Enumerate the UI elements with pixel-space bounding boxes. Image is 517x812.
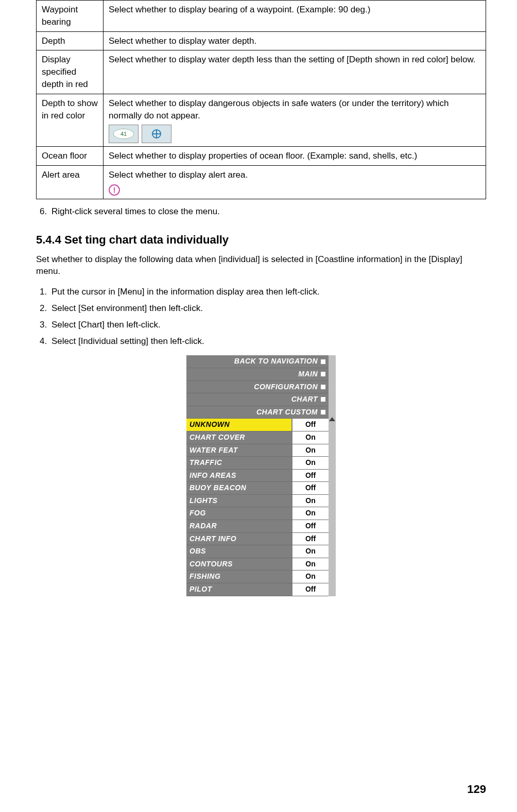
term-cell: Depth bbox=[37, 31, 104, 50]
chart-custom-menu: BACK TO NAVIGATION MAIN CONFIGURATION CH… bbox=[186, 355, 336, 596]
submenu-icon bbox=[321, 397, 325, 402]
menu-option-obs[interactable]: OBSOn bbox=[186, 545, 329, 558]
list-item: Right-click several times to close the m… bbox=[49, 204, 486, 221]
option-value: Off bbox=[291, 583, 329, 596]
menu-option-fishing[interactable]: FISHINGOn bbox=[186, 571, 329, 583]
option-value: On bbox=[291, 571, 329, 583]
nav-label: CHART CUSTOM bbox=[256, 407, 318, 418]
option-value: Off bbox=[291, 419, 329, 431]
nav-label: MAIN bbox=[298, 369, 318, 379]
desc-cell: Select whether to display water depth. bbox=[104, 31, 486, 50]
submenu-icon bbox=[321, 385, 325, 389]
option-label: CHART INFO bbox=[186, 533, 291, 545]
table-row: Ocean floor Select whether to display pr… bbox=[37, 147, 486, 166]
option-value: Off bbox=[291, 533, 329, 545]
desc-cell: Select whether to display properties of … bbox=[104, 147, 486, 166]
option-label: PILOT bbox=[186, 583, 291, 596]
option-label: OBS bbox=[186, 545, 291, 558]
option-value: Off bbox=[291, 470, 329, 482]
menu-nav-main[interactable]: MAIN bbox=[186, 368, 329, 381]
option-value: On bbox=[291, 431, 329, 444]
menu-option-chart-info[interactable]: CHART INFOOff bbox=[186, 533, 329, 546]
section-heading: 5.4.4 Set ting chart data individually bbox=[36, 232, 486, 248]
list-item: Select [Set environment] then left-click… bbox=[49, 301, 486, 318]
desc-text: Select whether to display dangerous obje… bbox=[109, 98, 449, 120]
table-row: Waypoint bearing Select whether to displ… bbox=[37, 1, 486, 32]
option-label: RADAR bbox=[186, 520, 291, 532]
option-label: INFO AREAS bbox=[186, 470, 291, 482]
menu-option-traffic[interactable]: TRAFFICOn bbox=[186, 457, 329, 470]
depth-oval: 41 bbox=[113, 129, 134, 139]
section-paragraph: Set whether to display the following dat… bbox=[36, 253, 486, 278]
option-label: CHART COVER bbox=[186, 431, 291, 444]
step-list-continuation: Right-click several times to close the m… bbox=[49, 204, 486, 221]
table-row: Depth to show in red color Select whethe… bbox=[37, 94, 486, 147]
menu-nav-back[interactable]: BACK TO NAVIGATION bbox=[186, 355, 329, 368]
term-cell: Alert area bbox=[37, 166, 104, 199]
depth-number-icon: 41 bbox=[109, 125, 139, 143]
submenu-icon bbox=[321, 372, 325, 376]
menu-option-pilot[interactable]: PILOTOff bbox=[186, 583, 329, 596]
table-row: Display specified depth in red Select wh… bbox=[37, 50, 486, 94]
menu-option-info-areas[interactable]: INFO AREASOff bbox=[186, 470, 329, 482]
option-value: Off bbox=[291, 482, 329, 494]
menu-nav-chart-custom[interactable]: CHART CUSTOM bbox=[186, 406, 329, 419]
option-value: On bbox=[291, 545, 329, 558]
nav-label: CHART bbox=[291, 394, 318, 405]
scroll-up-icon bbox=[329, 417, 335, 421]
menu-option-chart-cover[interactable]: CHART COVEROn bbox=[186, 431, 329, 444]
menu-option-unknown[interactable]: UNKNOWNOff bbox=[186, 419, 329, 431]
menu-option-buoy-beacon[interactable]: BUOY BEACONOff bbox=[186, 482, 329, 495]
menu-nav-configuration[interactable]: CONFIGURATION bbox=[186, 381, 329, 394]
list-item: Select [Individual setting] then left-cl… bbox=[49, 334, 486, 351]
desc-cell: Select whether to display bearing of a w… bbox=[104, 1, 486, 32]
list-item: Put the cursor in [Menu] in the informat… bbox=[49, 285, 486, 301]
menu-option-radar[interactable]: RADAROff bbox=[186, 520, 329, 533]
table-row: Depth Select whether to display water de… bbox=[37, 31, 486, 50]
option-value: Off bbox=[291, 520, 329, 532]
option-label: LIGHTS bbox=[186, 495, 291, 507]
option-label: FOG bbox=[186, 507, 291, 520]
alert-icon: ! bbox=[109, 184, 120, 196]
menu-option-contours[interactable]: CONTOURSOn bbox=[186, 558, 329, 571]
step-list: Put the cursor in [Menu] in the informat… bbox=[49, 285, 486, 350]
option-value: On bbox=[291, 558, 329, 571]
option-value: On bbox=[291, 507, 329, 520]
term-cell: Display specified depth in red bbox=[37, 50, 104, 94]
option-label: TRAFFIC bbox=[186, 457, 291, 469]
desc-cell: Select whether to display dangerous obje… bbox=[104, 94, 486, 147]
menu-screenshot: BACK TO NAVIGATION MAIN CONFIGURATION CH… bbox=[36, 355, 486, 596]
submenu-icon bbox=[321, 410, 325, 414]
globe-icon bbox=[142, 125, 171, 143]
term-cell: Waypoint bearing bbox=[37, 1, 104, 32]
term-cell: Ocean floor bbox=[37, 147, 104, 166]
option-label: CONTOURS bbox=[186, 558, 291, 571]
option-label: FISHING bbox=[186, 571, 291, 583]
option-value: On bbox=[291, 444, 329, 457]
desc-cell: Select whether to display water depth le… bbox=[104, 50, 486, 94]
definitions-table: Waypoint bearing Select whether to displ… bbox=[36, 0, 486, 199]
option-label: UNKNOWN bbox=[186, 419, 291, 431]
table-row: Alert area Select whether to display ale… bbox=[37, 166, 486, 199]
desc-cell: Select whether to display alert area. ! bbox=[104, 166, 486, 199]
list-item: Select [Chart] then left-click. bbox=[49, 318, 486, 334]
option-label: BUOY BEACON bbox=[186, 482, 291, 494]
term-cell: Depth to show in red color bbox=[37, 94, 104, 147]
submenu-icon bbox=[321, 359, 325, 364]
menu-option-water-feat[interactable]: WATER FEATOn bbox=[186, 444, 329, 457]
menu-option-fog[interactable]: FOGOn bbox=[186, 507, 329, 520]
option-value: On bbox=[291, 457, 329, 469]
desc-text: Select whether to display alert area. bbox=[109, 170, 248, 180]
example-icons-row: 41 bbox=[109, 125, 480, 143]
nav-label: CONFIGURATION bbox=[254, 382, 318, 392]
option-label: WATER FEAT bbox=[186, 444, 291, 457]
option-value: On bbox=[291, 495, 329, 507]
menu-nav-chart[interactable]: CHART bbox=[186, 393, 329, 406]
nav-label: BACK TO NAVIGATION bbox=[234, 356, 318, 367]
menu-option-lights[interactable]: LIGHTSOn bbox=[186, 495, 329, 508]
